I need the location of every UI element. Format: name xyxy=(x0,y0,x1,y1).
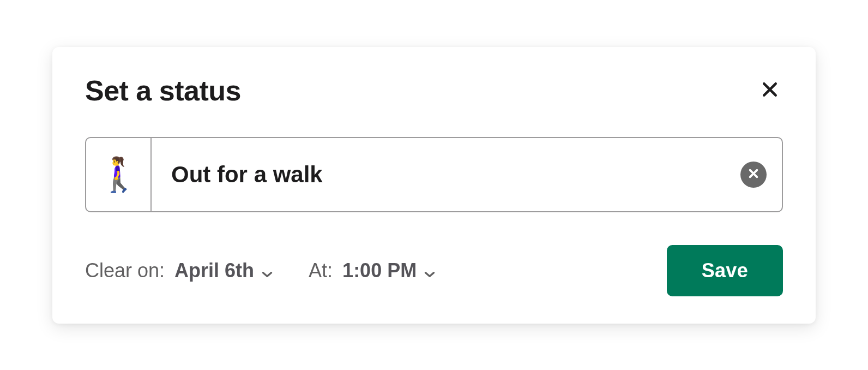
modal-footer: Clear on: April 6th At: 1:00 PM Save xyxy=(85,245,783,296)
x-circle-icon xyxy=(748,168,760,181)
clear-on-label: Clear on: xyxy=(85,259,165,282)
clear-status-button[interactable] xyxy=(740,162,767,188)
close-button[interactable] xyxy=(757,76,783,104)
clear-schedule-controls: Clear on: April 6th At: 1:00 PM xyxy=(85,259,435,282)
modal-header: Set a status xyxy=(85,74,783,107)
walking-person-icon: 🚶‍♀️ xyxy=(98,154,140,194)
clear-date-dropdown[interactable]: April 6th xyxy=(174,259,273,282)
clear-date-value: April 6th xyxy=(174,259,254,282)
close-icon xyxy=(761,81,779,100)
chevron-down-icon xyxy=(424,269,435,280)
modal-title: Set a status xyxy=(85,74,241,107)
clear-time-dropdown[interactable]: 1:00 PM xyxy=(342,259,435,282)
clear-at-label: At: xyxy=(309,259,333,282)
set-status-modal: Set a status 🚶‍♀️ Clear on: April 6th xyxy=(52,47,816,324)
clear-time-value: 1:00 PM xyxy=(342,259,417,282)
status-text-input[interactable] xyxy=(152,138,740,211)
save-button[interactable]: Save xyxy=(667,245,783,296)
status-emoji-picker[interactable]: 🚶‍♀️ xyxy=(86,138,152,211)
status-input-row: 🚶‍♀️ xyxy=(85,137,783,212)
chevron-down-icon xyxy=(262,269,273,280)
